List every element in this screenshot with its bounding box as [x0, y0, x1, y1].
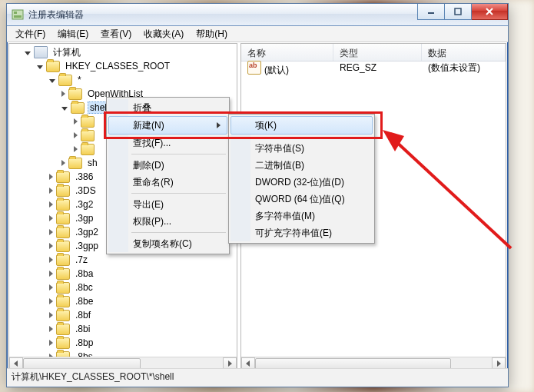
submenu-new[interactable]: 项(K) 字符串值(S) 二进制值(B) DWORD (32-位)值(D) QW…: [228, 114, 375, 244]
tree-hkcr[interactable]: HKEY_CLASSES_ROOT: [63, 60, 172, 72]
status-bar: 计算机\HKEY_CLASSES_ROOT\*\shell: [7, 368, 508, 387]
svg-marker-7: [14, 360, 18, 367]
sub-binary[interactable]: 二进制值(B): [231, 157, 373, 174]
tree-item[interactable]: .7z: [11, 253, 237, 267]
tree-root[interactable]: 计算机: [51, 45, 83, 60]
maximize-button[interactable]: [445, 4, 472, 20]
list-row-default[interactable]: (默认) REG_SZ (数值未设置): [241, 61, 506, 75]
svg-rect-1: [14, 12, 17, 14]
ctx-delete[interactable]: 删除(D): [108, 157, 227, 174]
context-menu[interactable]: 折叠 新建(N) 查找(F)... 删除(D) 重命名(R) 导出(E) 权限(…: [106, 97, 230, 254]
string-value-icon: [247, 61, 261, 75]
menu-help[interactable]: 帮助(H): [191, 26, 233, 42]
ctx-permissions[interactable]: 权限(P)...: [108, 213, 227, 230]
col-data[interactable]: 数据: [422, 44, 506, 61]
sub-expand[interactable]: 可扩充字符串值(E): [231, 224, 373, 241]
sub-string[interactable]: 字符串值(S): [231, 140, 373, 157]
sub-dword[interactable]: DWORD (32-位)值(D): [231, 174, 373, 191]
svg-rect-2: [14, 15, 22, 18]
close-button[interactable]: [472, 4, 508, 20]
computer-icon: [34, 46, 48, 58]
tree-star[interactable]: *: [75, 74, 84, 86]
svg-marker-9: [246, 360, 250, 367]
ctx-rename[interactable]: 重命名(R): [108, 174, 227, 191]
svg-rect-0: [12, 10, 23, 19]
app-icon: [12, 8, 24, 21]
menu-file[interactable]: 文件(F): [10, 26, 51, 42]
ctx-collapse[interactable]: 折叠: [108, 99, 227, 116]
tree-item[interactable]: .8bp: [11, 336, 237, 350]
tree-item[interactable]: .8be: [11, 294, 237, 308]
menu-edit[interactable]: 编辑(E): [52, 26, 94, 42]
svg-marker-8: [228, 360, 232, 367]
ctx-find[interactable]: 查找(F)...: [108, 135, 227, 151]
sub-key[interactable]: 项(K): [231, 116, 373, 135]
menu-bar: 文件(F) 编辑(E) 查看(V) 收藏夹(A) 帮助(H): [7, 26, 508, 42]
svg-marker-10: [497, 360, 501, 367]
tree-item[interactable]: .8bi: [11, 322, 237, 336]
sub-multi[interactable]: 多字符串值(M): [231, 208, 373, 224]
ctx-copy-key-name[interactable]: 复制项名称(C): [108, 235, 227, 252]
tree-item[interactable]: .8ba: [11, 267, 237, 281]
tree-item[interactable]: .8bf: [11, 308, 237, 322]
tree-sh[interactable]: sh: [85, 157, 100, 169]
titlebar[interactable]: 注册表编辑器: [7, 4, 508, 26]
minimize-button[interactable]: [417, 4, 445, 20]
tree-item[interactable]: .8bc: [11, 281, 237, 294]
sub-qword[interactable]: QWORD (64 位)值(Q): [231, 191, 373, 208]
menu-favorites[interactable]: 收藏夹(A): [138, 26, 189, 42]
svg-rect-4: [455, 8, 461, 15]
col-type[interactable]: 类型: [333, 44, 422, 61]
menu-view[interactable]: 查看(V): [95, 26, 137, 42]
submenu-arrow-icon: [217, 122, 221, 128]
ctx-export[interactable]: 导出(E): [108, 196, 227, 213]
ctx-new[interactable]: 新建(N): [108, 116, 227, 135]
